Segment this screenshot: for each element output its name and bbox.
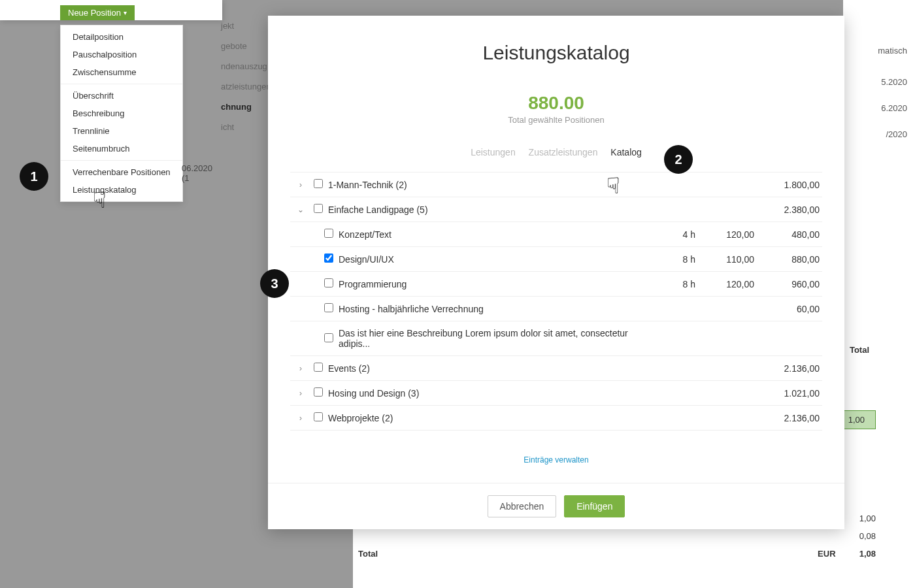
neue-position-button[interactable]: Neue Position ▾ (60, 5, 135, 20)
bg-total-label: Total (358, 549, 378, 559)
catalog-item-row[interactable]: Design/UI/UX8 h110,00880,00 (290, 247, 822, 272)
row-label: Webprojekte (2) (328, 413, 643, 423)
row-checkbox[interactable] (324, 229, 333, 238)
menu-item-verrechenbare-positionen[interactable]: Verrechenbare Positionen (61, 163, 182, 181)
insert-button[interactable]: Einfügen (564, 495, 625, 517)
bg-val: 0,08 (859, 531, 876, 541)
menu-item-zwischensumme[interactable]: Zwischensumme (61, 63, 182, 81)
menu-item-leistungskatalog[interactable]: Leistungskatalog (61, 181, 182, 199)
row-checkbox[interactable] (324, 303, 333, 312)
row-total: 1.800,00 (754, 180, 820, 190)
catalog-item-row[interactable]: Programmierung8 h120,00960,00 (290, 272, 822, 297)
row-label: Hosing und Design (3) (328, 388, 643, 399)
checkbox-cell (319, 253, 339, 265)
bg-tab: gebote (221, 36, 271, 56)
bg-tab: atzleistungen (221, 76, 271, 97)
step-badge-3: 3 (260, 269, 289, 298)
chevron-right-icon[interactable]: › (293, 180, 308, 189)
bg-val: 1,00 (859, 514, 876, 523)
row-total: 480,00 (754, 229, 820, 240)
menu-item-ueberschrift[interactable]: Überschrift (61, 87, 182, 105)
bg-text: 5.2020 (881, 77, 907, 87)
catalog-group-row[interactable]: ›Events (2)2.136,00 (290, 356, 822, 381)
catalog-group-row[interactable]: ›Hosing und Design (3)1.021,00 (290, 381, 822, 406)
tab-zusatzleistungen[interactable]: Zusatzleistungen (529, 147, 598, 157)
catalog-list: ›1-Mann-Technik (2)1.800,00⌄Einfache Lan… (290, 172, 822, 431)
catalog-group-row[interactable]: ⌄Einfache Landigpage (5)2.380,00 (290, 197, 822, 222)
row-label: Einfache Landigpage (5) (328, 204, 643, 215)
step-badge-2: 2 (664, 145, 693, 174)
row-total: 2.380,00 (754, 204, 820, 215)
catalog-group-row[interactable]: ›1-Mann-Technik (2)1.800,00 (290, 172, 822, 197)
bg-tab: jekt (221, 16, 271, 36)
menu-separator (61, 84, 182, 84)
bg-total-currency: EUR (818, 549, 835, 559)
row-checkbox[interactable] (314, 204, 323, 213)
modal-title: Leistungskatalog (281, 42, 831, 64)
bg-total-header: Total (850, 345, 869, 355)
background-tabs: jekt gebote ndenauszug atzleistungen chn… (221, 16, 271, 137)
checkbox-cell (319, 303, 339, 314)
modal-tabs: Leistungen Zusatzleistungen Katalog (268, 147, 844, 157)
checkbox-cell (308, 387, 328, 399)
step-badge-1: 1 (20, 162, 48, 191)
cancel-button[interactable]: Abbrechen (488, 495, 557, 517)
chevron-right-icon[interactable]: › (293, 364, 308, 373)
row-checkbox[interactable] (314, 412, 323, 421)
bg-tab: ndenauszug (221, 56, 271, 76)
bg-tab-active: chnung (221, 97, 271, 117)
catalog-group-row[interactable]: ›Webprojekte (2)2.136,00 (290, 406, 822, 431)
leistungskatalog-modal: Leistungskatalog 880.00 Total gewählte P… (268, 16, 844, 529)
neue-position-label: Neue Position (68, 8, 121, 18)
row-checkbox[interactable] (314, 387, 323, 397)
catalog-item-row[interactable]: Hosting - halbjährliche Verrechnung60,00 (290, 297, 822, 321)
menu-separator (61, 160, 182, 161)
neue-position-menu: Detailposition Pauschalposition Zwischen… (60, 25, 183, 202)
menu-item-beschreibung[interactable]: Beschreibung (61, 105, 182, 122)
catalog-item-row[interactable]: Das ist hier eine Beschreibung Lorem ips… (290, 321, 822, 356)
menu-item-detailposition[interactable]: Detailposition (61, 28, 182, 46)
row-total: 960,00 (754, 279, 820, 289)
tab-katalog[interactable]: Katalog (610, 147, 641, 157)
bg-total-val: 1,08 (859, 549, 876, 559)
checkbox-cell (308, 363, 328, 374)
row-checkbox[interactable] (314, 363, 323, 372)
row-label: Konzept/Text (339, 229, 643, 240)
menu-item-trennlinie[interactable]: Trennlinie (61, 122, 182, 140)
chevron-down-icon[interactable]: ⌄ (293, 205, 308, 214)
bg-date-fragment: 06.2020 (1 (182, 163, 222, 183)
row-total: 2.136,00 (754, 363, 820, 374)
row-qty: 8 h (643, 254, 695, 265)
row-rate: 120,00 (695, 229, 754, 240)
modal-footer: Abbrechen Einfügen (268, 483, 844, 529)
chevron-right-icon[interactable]: › (293, 414, 308, 423)
catalog-item-row[interactable]: Konzept/Text4 h120,00480,00 (290, 222, 822, 247)
menu-item-seitenumbruch[interactable]: Seitenumbruch (61, 140, 182, 157)
row-qty: 4 h (643, 229, 695, 240)
row-checkbox[interactable] (324, 253, 333, 263)
bg-text: /2020 (886, 129, 907, 139)
row-total: 60,00 (754, 304, 820, 314)
row-label: 1-Mann-Technik (2) (328, 180, 643, 190)
chevron-right-icon[interactable]: › (293, 389, 308, 398)
row-checkbox[interactable] (324, 333, 333, 342)
row-qty: 8 h (643, 279, 695, 289)
selected-total-sub: Total gewählte Positionen (268, 115, 844, 125)
row-label: Events (2) (328, 363, 643, 374)
checkbox-cell (319, 278, 339, 289)
background-right-strip: matisch 5.2020 6.2020 /2020 (843, 0, 915, 588)
bg-tab: icht (221, 117, 271, 137)
bg-text: matisch (878, 46, 907, 56)
manage-entries-link[interactable]: Einträge verwalten (524, 455, 588, 465)
checkbox-cell (308, 412, 328, 423)
row-checkbox[interactable] (314, 179, 323, 188)
row-label: Design/UI/UX (339, 254, 643, 265)
row-rate: 110,00 (695, 254, 754, 265)
tab-leistungen[interactable]: Leistungen (471, 147, 516, 157)
checkbox-cell (319, 229, 339, 240)
bg-text: 6.2020 (881, 103, 907, 113)
menu-item-pauschalposition[interactable]: Pauschalposition (61, 46, 182, 63)
row-total: 1.021,00 (754, 388, 820, 399)
row-label: Das ist hier eine Beschreibung Lorem ips… (339, 328, 643, 349)
row-checkbox[interactable] (324, 278, 333, 287)
